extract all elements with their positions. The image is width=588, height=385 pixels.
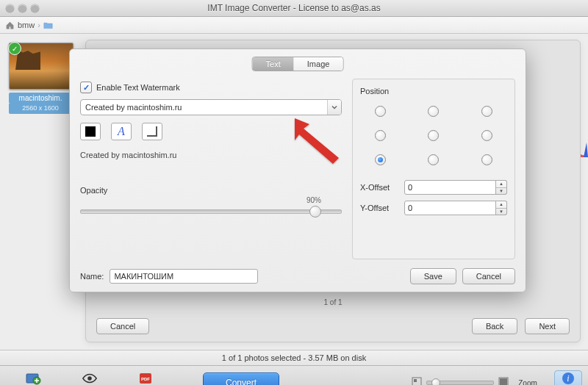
svg-text:PDF: PDF [141, 377, 150, 381]
x-offset-label: X-Offset [360, 183, 400, 192]
position-middle-center[interactable] [428, 130, 439, 141]
position-middle-left[interactable] [375, 130, 386, 141]
font-button[interactable]: A [111, 123, 132, 140]
y-offset-label: Y-Offset [360, 204, 400, 212]
preset-name-input[interactable]: МАКИНТОШИМ [110, 269, 258, 284]
folder-icon[interactable] [43, 20, 54, 30]
tab-image[interactable]: Image [294, 57, 343, 71]
zoom-in-icon[interactable] [498, 377, 509, 385]
opacity-label: Opacity [80, 186, 342, 195]
position-bottom-center[interactable] [428, 154, 439, 165]
position-grid [360, 100, 507, 174]
wizard-back-button[interactable]: Back [472, 318, 517, 334]
text-color-button[interactable] [80, 123, 101, 140]
svg-point-4 [87, 376, 92, 381]
wizard-cancel-button[interactable]: Cancel [96, 318, 149, 334]
watermark-left-panel: ✓ Enable Text Watermark Created by macin… [80, 79, 342, 259]
watermark-type-segment[interactable]: Text Image [252, 57, 344, 71]
home-icon[interactable] [4, 20, 15, 30]
zoom-group: Zoom i Info [412, 370, 582, 385]
thumbnail-label: macintoshim. [9, 93, 72, 104]
chevron-down-icon[interactable] [327, 100, 341, 115]
enable-watermark-checkbox[interactable]: ✓ [80, 82, 92, 93]
zoom-out-icon[interactable] [412, 377, 422, 385]
shadow-button[interactable] [142, 123, 162, 140]
wizard-pager: 1 of 1 [323, 298, 342, 306]
opacity-knob[interactable] [309, 206, 321, 217]
y-offset-stepper[interactable]: ▲▼ [495, 201, 507, 215]
save-button[interactable]: Save [410, 268, 456, 284]
position-top-left[interactable] [375, 106, 386, 117]
thumbnail-image: ✓ [9, 43, 74, 90]
zoom-slider[interactable] [426, 381, 494, 385]
pdf-icon: PDF [137, 371, 154, 386]
opacity-percent: 90% [80, 196, 321, 204]
watermark-preview-text: Created by macintoshim.ru [80, 151, 342, 159]
cancel-button[interactable]: Cancel [462, 268, 515, 284]
watermark-text-combo[interactable]: Created by macintoshim.ru [80, 99, 342, 115]
watermark-text-value: Created by macintoshim.ru [85, 103, 182, 112]
watermark-sheet: Text Image ✓ Enable Text Watermark Creat… [69, 48, 526, 292]
selected-check-icon: ✓ [8, 42, 21, 55]
enable-watermark-label: Enable Text Watermark [96, 83, 180, 92]
window-title: IMT Image Converter - License to as@as.a… [0, 3, 588, 13]
info-icon: i [562, 373, 574, 384]
eye-icon [82, 371, 98, 386]
photo-thumbnail[interactable]: ✓ macintoshim. 2560 x 1600 [9, 43, 72, 114]
position-title: Position [360, 87, 507, 96]
export-pdf-button[interactable]: PDF Export PDF [118, 371, 173, 386]
add-photos-icon [26, 371, 42, 386]
breadcrumb: bmw › [0, 17, 588, 34]
bottom-toolbar: Add Photos Quick Look PDF Export PDF Con… [0, 365, 588, 385]
x-offset-value: 0 [408, 183, 412, 192]
position-bottom-right[interactable] [481, 154, 492, 165]
position-bottom-left[interactable] [375, 154, 386, 165]
thumbnail-dimensions: 2560 x 1600 [9, 104, 72, 114]
quick-look-button[interactable]: Quick Look [62, 371, 118, 386]
x-offset-stepper[interactable]: ▲▼ [495, 180, 507, 195]
preset-name-value: МАКИНТОШИМ [114, 272, 173, 281]
position-middle-right[interactable] [481, 130, 492, 141]
x-offset-input[interactable]: 0 ▲▼ [404, 180, 507, 195]
convert-button[interactable]: Convert [203, 373, 279, 385]
svg-rect-8 [414, 379, 417, 382]
info-button[interactable]: i Info [554, 370, 582, 385]
svg-rect-10 [500, 378, 507, 385]
main-area: ✓ macintoshim. 2560 x 1600 1 of 1 Cancel… [0, 34, 588, 350]
position-top-center[interactable] [428, 106, 439, 117]
wizard-next-button[interactable]: Next [525, 318, 570, 334]
breadcrumb-item[interactable]: bmw [18, 21, 35, 29]
position-top-right[interactable] [481, 106, 492, 117]
y-offset-value: 0 [408, 204, 412, 212]
zoom-knob[interactable] [431, 378, 440, 385]
preset-name-label: Name: [80, 272, 104, 281]
status-text: 1 of 1 photos selected - 3.57 MB on disk [222, 353, 366, 362]
tab-text[interactable]: Text [253, 57, 294, 71]
position-panel: Position X-Offset 0 ▲▼ [352, 79, 515, 259]
opacity-slider[interactable] [80, 206, 342, 217]
add-photos-button[interactable]: Add Photos [6, 371, 62, 386]
titlebar: IMT Image Converter - License to as@as.a… [0, 0, 588, 17]
status-bar: 1 of 1 photos selected - 3.57 MB on disk [0, 350, 588, 365]
y-offset-input[interactable]: 0 ▲▼ [404, 201, 507, 215]
zoom-label: Zoom [513, 379, 542, 386]
